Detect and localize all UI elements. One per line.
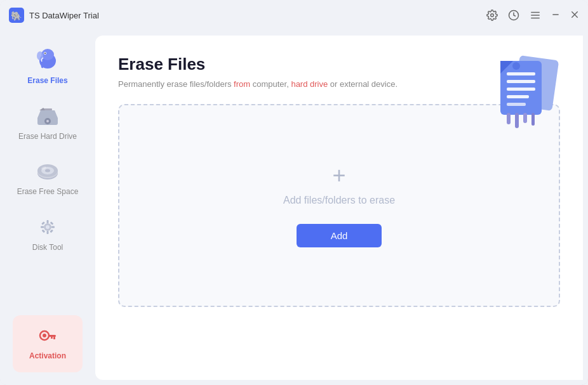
app-title: TS DataWiper Trial <box>29 11 99 20</box>
sidebar-erase-files-label: Erase Files <box>27 76 67 86</box>
page-subtitle: Permanently erase files/folders from com… <box>118 79 398 89</box>
sidebar-erase-free-space-label: Erase Free Space <box>17 187 79 197</box>
page-header-text: Erase Files Permanently erase files/fold… <box>118 55 398 89</box>
svg-rect-44 <box>507 88 535 91</box>
subtitle-part1: Permanently erase files/folders <box>118 79 234 89</box>
svg-point-16 <box>46 120 49 122</box>
svg-point-14 <box>44 53 46 54</box>
svg-rect-30 <box>51 226 55 228</box>
subtitle-from: from <box>234 79 250 89</box>
svg-rect-43 <box>507 80 535 83</box>
app-window: 🐘 TS DataWiper Trial <box>0 0 588 385</box>
svg-point-11 <box>41 49 54 60</box>
subtitle-hard: hard drive <box>291 79 328 89</box>
svg-rect-27 <box>47 220 49 223</box>
title-bar-controls <box>486 10 579 21</box>
erase-files-icon <box>34 44 62 72</box>
title-bar-left: 🐘 TS DataWiper Trial <box>9 8 486 23</box>
subtitle-part3: or external device. <box>328 79 398 89</box>
svg-rect-37 <box>48 335 56 337</box>
close-button[interactable] <box>570 10 579 21</box>
svg-point-36 <box>43 334 46 337</box>
page-title: Erase Files <box>118 55 398 74</box>
hero-illustration <box>481 48 564 131</box>
activation-label: Activation <box>29 351 66 360</box>
svg-rect-42 <box>507 72 535 75</box>
main-area: Erase Files Erase Hard Drive <box>0 30 588 385</box>
svg-rect-32 <box>50 221 54 225</box>
drop-zone[interactable]: + Add files/folders to erase Add <box>118 104 560 307</box>
sidebar-erase-hard-drive-label: Erase Hard Drive <box>18 132 77 142</box>
menu-icon[interactable] <box>530 10 541 21</box>
title-bar: 🐘 TS DataWiper Trial <box>0 0 588 30</box>
drop-zone-label: Add files/folders to erase <box>283 195 395 206</box>
svg-rect-45 <box>507 95 529 98</box>
svg-rect-34 <box>50 229 53 233</box>
sidebar-disk-tool-label: Disk Tool <box>32 243 63 253</box>
sidebar-item-erase-free-space[interactable]: Erase Free Space <box>6 152 89 205</box>
svg-rect-48 <box>515 113 519 128</box>
hero-svg <box>481 48 564 131</box>
svg-rect-38 <box>53 337 55 339</box>
content-panel: Erase Files Permanently erase files/fold… <box>95 36 583 380</box>
svg-rect-47 <box>507 113 511 124</box>
svg-rect-29 <box>41 226 44 228</box>
history-icon[interactable] <box>508 10 519 21</box>
svg-point-23 <box>45 169 50 173</box>
svg-rect-17 <box>44 108 52 110</box>
disk-tool-icon <box>36 215 60 239</box>
sidebar-item-erase-hard-drive[interactable]: Erase Hard Drive <box>6 96 89 150</box>
drop-zone-plus: + <box>332 164 345 187</box>
svg-rect-49 <box>523 113 527 123</box>
add-button[interactable]: Add <box>297 224 382 247</box>
settings-icon[interactable] <box>486 10 498 21</box>
app-icon: 🐘 <box>9 8 24 23</box>
svg-rect-33 <box>42 229 46 233</box>
sidebar-item-erase-files[interactable]: Erase Files <box>6 37 89 94</box>
svg-rect-31 <box>41 221 45 225</box>
sidebar: Erase Files Erase Hard Drive <box>0 30 95 385</box>
svg-rect-39 <box>51 337 53 339</box>
sidebar-item-disk-tool[interactable]: Disk Tool <box>6 207 89 261</box>
erase-free-space-icon <box>36 159 60 183</box>
activation-key-icon <box>37 327 58 348</box>
svg-point-2 <box>491 14 494 17</box>
svg-point-51 <box>512 62 520 70</box>
page-header: Erase Files Permanently erase files/fold… <box>118 55 560 89</box>
subtitle-part2: computer, <box>250 79 291 89</box>
svg-rect-50 <box>531 113 535 126</box>
svg-text:🐘: 🐘 <box>11 11 22 22</box>
minimize-button[interactable] <box>551 10 560 21</box>
svg-rect-28 <box>47 231 49 234</box>
svg-point-26 <box>46 225 50 229</box>
activation-button[interactable]: Activation <box>13 315 83 372</box>
svg-rect-46 <box>507 103 526 106</box>
erase-hard-drive-icon <box>36 104 60 128</box>
